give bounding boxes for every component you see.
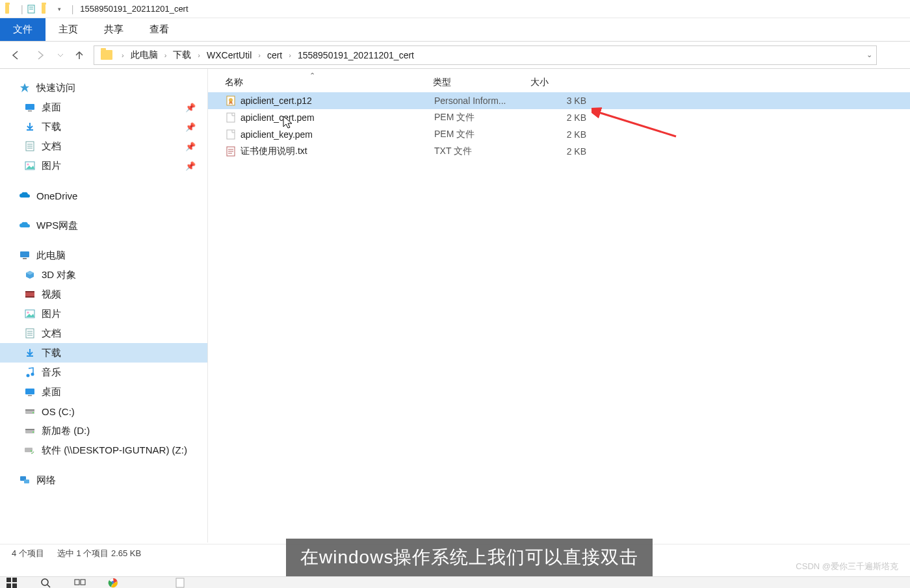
pin-icon: 📌: [185, 103, 196, 112]
svg-point-36: [31, 450, 32, 452]
sidebar-item-label: 文档: [42, 327, 61, 340]
file-row[interactable]: apiclient_cert.pemPEM 文件2 KB: [208, 109, 910, 126]
properties-icon[interactable]: [26, 4, 36, 14]
sidebar-wps[interactable]: WPS网盘: [0, 216, 207, 235]
taskbar[interactable]: [0, 576, 910, 588]
pc-icon: [18, 249, 31, 262]
sidebar-pc-item[interactable]: 音乐: [0, 363, 207, 382]
tab-home[interactable]: 主页: [46, 18, 91, 41]
sidebar-quick-access[interactable]: 快速访问: [0, 78, 207, 97]
sidebar-label: OneDrive: [36, 190, 77, 201]
status-selection: 选中 1 个项目 2.65 KB: [57, 548, 141, 559]
breadcrumb-seg[interactable]: WXCertUtil: [205, 50, 253, 60]
sidebar-pc-item[interactable]: 图片: [0, 304, 207, 324]
svg-rect-16: [25, 291, 34, 292]
svg-rect-27: [25, 389, 34, 394]
sidebar-item-label: OS (C:): [42, 406, 75, 417]
svg-rect-13: [20, 251, 29, 257]
chevron-icon[interactable]: ›: [253, 51, 266, 59]
pin-icon: 📌: [185, 142, 196, 151]
watermark: CSDN @爱你三千遍斯塔克: [796, 561, 898, 572]
file-size: 2 KB: [532, 146, 590, 157]
chevron-icon[interactable]: ›: [116, 51, 129, 59]
sidebar-pc-item[interactable]: 视频: [0, 285, 207, 304]
sidebar-network[interactable]: 网络: [0, 470, 207, 490]
svg-point-34: [32, 431, 34, 433]
cloud-icon: [18, 189, 31, 202]
sidebar-pc-item[interactable]: 文档: [0, 324, 207, 343]
sidebar-pc-item[interactable]: 软件 (\\DESKTOP-IGUTNAR) (Z:): [0, 441, 207, 460]
svg-rect-58: [176, 578, 184, 587]
file-type: TXT 文件: [434, 146, 532, 157]
forward-button[interactable]: [31, 46, 49, 64]
sidebar-item-label: 桌面: [42, 386, 61, 398]
breadcrumb-seg[interactable]: 此电脑: [129, 49, 159, 61]
breadcrumb-bar[interactable]: › 此电脑 › 下载 › WXCertUtil › cert › 1558950…: [94, 45, 877, 65]
explorer-icon[interactable]: [142, 578, 155, 588]
sidebar-pc-item[interactable]: 新加卷 (D:): [0, 421, 207, 441]
breadcrumb-seg[interactable]: 1558950191_20211201_cert: [296, 50, 415, 60]
sidebar-onedrive[interactable]: OneDrive: [0, 186, 207, 205]
sidebar-pc-item[interactable]: OS (C:): [0, 402, 207, 421]
video-caption: 在windows操作系统上我们可以直接双击: [286, 539, 653, 576]
sidebar-item-label: 下载: [42, 121, 61, 133]
breadcrumb-seg[interactable]: cert: [266, 50, 283, 60]
chrome-icon[interactable]: [108, 578, 121, 588]
svg-rect-50: [6, 583, 11, 588]
video-icon: [23, 288, 36, 301]
recent-dropdown[interactable]: [56, 46, 65, 64]
sidebar-item-label: 视频: [42, 288, 61, 301]
sidebar-quick-item[interactable]: 桌面📌: [0, 97, 207, 117]
chevron-icon[interactable]: ›: [192, 51, 205, 59]
search-icon[interactable]: [40, 578, 53, 588]
svg-point-19: [27, 312, 29, 314]
breadcrumb-history-icon[interactable]: ⌄: [866, 51, 872, 59]
svg-point-25: [27, 374, 30, 377]
pic-icon: [23, 159, 36, 172]
file-row[interactable]: apiclient_key.pemPEM 文件2 KB: [208, 126, 910, 143]
3d-icon: [23, 268, 36, 281]
pin-icon: 📌: [185, 161, 196, 171]
file-row[interactable]: apiclient_cert.p12Personal Inform...3 KB: [208, 92, 910, 109]
content-area: 快速访问 桌面📌下载📌文档📌图片📌 OneDrive WPS网盘 此电脑 3D …: [0, 69, 910, 543]
sidebar-this-pc[interactable]: 此电脑: [0, 246, 207, 265]
txt-icon: [225, 146, 237, 157]
sidebar-pc-item[interactable]: 3D 对象: [0, 265, 207, 285]
ribbon-tabs: 文件 主页 共享 查看: [0, 18, 910, 42]
sidebar-pc-item[interactable]: 桌面: [0, 382, 207, 402]
sidebar-quick-item[interactable]: 下载📌: [0, 117, 207, 136]
status-item-count: 4 个项目: [12, 548, 44, 559]
tab-file[interactable]: 文件: [0, 18, 46, 41]
qat-folder-icon[interactable]: [40, 4, 51, 14]
breadcrumb-seg[interactable]: 下载: [172, 49, 192, 61]
tab-share[interactable]: 共享: [91, 18, 136, 41]
music-icon: [23, 366, 36, 379]
cloud-icon: [18, 219, 31, 232]
file-icon: [225, 129, 237, 140]
sidebar-quick-item[interactable]: 图片📌: [0, 156, 207, 175]
col-size[interactable]: 大小: [530, 77, 590, 88]
back-button[interactable]: [6, 46, 25, 64]
svg-rect-49: [12, 578, 17, 582]
app-icon[interactable]: [176, 578, 188, 588]
file-name: apiclient_key.pem: [240, 129, 434, 140]
svg-rect-14: [23, 258, 27, 259]
tab-view[interactable]: 查看: [136, 18, 182, 41]
svg-rect-55: [81, 580, 85, 585]
drive-icon: [23, 424, 36, 437]
sidebar-item-label: 下载: [42, 347, 61, 359]
drive-icon: [23, 405, 36, 418]
taskview-icon[interactable]: [74, 578, 87, 588]
up-button[interactable]: [72, 47, 87, 63]
file-row[interactable]: 证书使用说明.txtTXT 文件2 KB: [208, 143, 910, 160]
col-name[interactable]: 名称⌃: [225, 77, 433, 88]
chevron-icon[interactable]: ›: [159, 51, 172, 59]
sidebar-quick-item[interactable]: 文档📌: [0, 136, 207, 156]
col-type[interactable]: 类型: [433, 77, 530, 88]
qat-dropdown-icon[interactable]: ▾: [55, 4, 65, 14]
sidebar-pc-item[interactable]: 下载: [0, 343, 207, 363]
column-headers[interactable]: 名称⌃ 类型 大小: [208, 69, 910, 92]
start-icon[interactable]: [6, 578, 20, 588]
svg-point-26: [31, 373, 34, 376]
chevron-icon[interactable]: ›: [283, 51, 296, 59]
